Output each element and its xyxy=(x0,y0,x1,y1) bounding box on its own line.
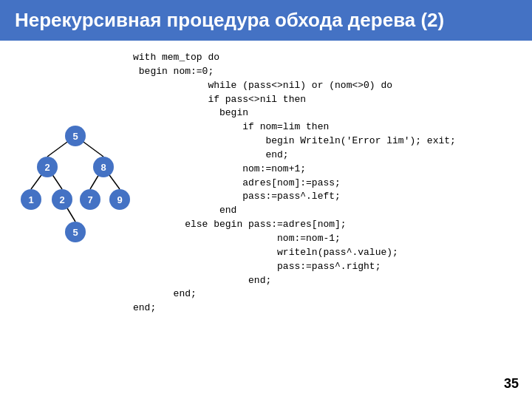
tree-node-2left: 2 xyxy=(37,157,58,177)
tree-node-5bot: 5 xyxy=(65,222,86,242)
tree-node-7: 7 xyxy=(80,189,100,210)
code-block: with mem_top do begin nom:=0; while (pas… xyxy=(133,51,517,316)
tree-node-5top: 5 xyxy=(65,126,86,146)
tree-node-2right: 2 xyxy=(52,189,72,210)
slide-content: 5 2 8 1 2 7 9 5 with mem_top do begin no… xyxy=(0,41,532,323)
tree-node-8: 8 xyxy=(93,157,114,177)
tree-node-9: 9 xyxy=(109,189,130,210)
tree-diagram: 5 2 8 1 2 7 9 5 xyxy=(15,126,126,273)
slide-title: Нерекурсивная процедура обхода дерева (2… xyxy=(15,9,444,32)
page-number: 35 xyxy=(504,376,519,392)
slide: Нерекурсивная процедура обхода дерева (2… xyxy=(0,0,532,399)
slide-header: Нерекурсивная процедура обхода дерева (2… xyxy=(0,0,532,41)
tree-node-1: 1 xyxy=(21,189,41,210)
